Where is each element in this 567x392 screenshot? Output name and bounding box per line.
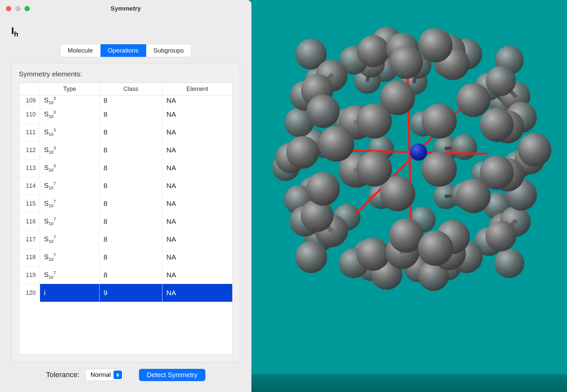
cell-type: S103	[40, 96, 99, 105]
symmetry-panel: Symmetry Ih MoleculeOperationsSubgroups …	[0, 0, 251, 392]
table-row[interactable]: 118S1078NA	[19, 248, 232, 266]
molecule-viewport[interactable]	[251, 0, 567, 392]
table-row[interactable]: 117S1078NA	[19, 230, 232, 248]
svg-point-8	[451, 134, 477, 160]
cell-index: 120	[19, 284, 40, 302]
table-row[interactable]: 119S1078NA	[19, 266, 232, 284]
cell-index: 119	[19, 266, 40, 284]
cell-index: 109	[19, 96, 40, 105]
svg-point-91	[357, 238, 390, 271]
tab-operations[interactable]: Operations	[100, 44, 146, 57]
col-type: Type	[40, 83, 99, 95]
tolerance-select[interactable]: Normal	[85, 369, 123, 381]
table-row[interactable]: 112S1038NA	[19, 141, 232, 159]
cell-type: S107	[40, 177, 99, 195]
svg-point-109	[418, 28, 453, 62]
table-row[interactable]: 110S1038NA	[19, 105, 232, 123]
cell-index: 115	[19, 195, 40, 213]
window-title: Symmetry	[0, 5, 251, 12]
cell-index: 118	[19, 248, 40, 266]
cell-class: 8	[99, 123, 162, 141]
cell-class: 9	[99, 284, 162, 302]
cell-element: NA	[162, 123, 232, 141]
tolerance-label: Tolerance:	[46, 371, 80, 379]
svg-point-101	[306, 172, 340, 206]
table-row[interactable]: 114S1078NA	[19, 177, 232, 195]
col-index	[19, 83, 40, 95]
cell-element: NA	[162, 195, 232, 213]
cell-index: 110	[19, 105, 40, 123]
cell-index: 113	[19, 159, 40, 177]
point-group-label: Ih	[11, 25, 240, 38]
tolerance-value: Normal	[90, 371, 110, 378]
svg-point-71	[410, 143, 427, 161]
table-row[interactable]: 109S1038NA	[19, 96, 232, 105]
table-header: Type Class Element	[19, 83, 232, 96]
svg-point-70	[485, 220, 516, 251]
cell-index: 116	[19, 213, 40, 230]
cell-type: S107	[40, 213, 99, 230]
svg-point-99	[518, 133, 551, 167]
svg-point-57	[486, 66, 516, 96]
table-row[interactable]: 111S1038NA	[19, 123, 232, 141]
tab-selector: MoleculeOperationsSubgroups	[60, 44, 192, 57]
cell-element: NA	[162, 159, 232, 177]
svg-point-116	[422, 103, 457, 138]
table-body[interactable]: 109S1038NA110S1038NA111S1038NA112S1038NA…	[19, 96, 232, 354]
cell-class: 8	[99, 266, 162, 284]
svg-point-105	[480, 108, 514, 141]
svg-point-106	[457, 83, 491, 117]
traffic-lights	[6, 6, 30, 11]
cell-index: 117	[19, 230, 40, 248]
panel-content: Ih MoleculeOperationsSubgroups Symmetry …	[0, 17, 251, 362]
cell-type: S107	[40, 230, 99, 248]
cell-type: S107	[40, 248, 99, 266]
titlebar: Symmetry	[0, 0, 251, 17]
cell-type: S107	[40, 195, 99, 213]
cell-type: S103	[40, 141, 99, 159]
cell-element: NA	[162, 105, 232, 123]
svg-point-117	[418, 231, 453, 266]
svg-point-51	[494, 248, 524, 278]
chevron-updown-icon	[113, 371, 122, 379]
svg-point-121	[421, 151, 457, 187]
cell-class: 8	[99, 177, 162, 195]
cell-class: 8	[99, 213, 162, 230]
molecule-render	[251, 0, 567, 392]
svg-point-111	[456, 178, 491, 213]
viewport-shadow	[251, 374, 567, 392]
col-class: Class	[99, 83, 162, 95]
col-element: Element	[162, 83, 232, 95]
cell-class: 8	[99, 141, 162, 159]
svg-point-97	[389, 46, 423, 79]
table-row[interactable]: 113S1038NA	[19, 159, 232, 177]
tab-subgroups[interactable]: Subgroups	[146, 44, 191, 57]
detect-symmetry-button[interactable]: Detect Symmetry	[139, 369, 205, 381]
cell-element: NA	[162, 248, 232, 266]
cell-index: 112	[19, 141, 40, 159]
zoom-icon[interactable]	[24, 6, 30, 11]
cell-type: S103	[40, 159, 99, 177]
cell-element: NA	[162, 177, 232, 195]
svg-point-79	[295, 241, 327, 273]
cell-class: 8	[99, 195, 162, 213]
cell-type: S103	[40, 123, 99, 141]
bottom-bar: Tolerance: Normal Detect Symmetry	[0, 362, 251, 392]
cell-type: S103	[40, 105, 99, 123]
cell-element: NA	[162, 284, 232, 302]
cell-index: 111	[19, 123, 40, 141]
cell-element: NA	[162, 230, 232, 248]
cell-index: 114	[19, 177, 40, 195]
symmetry-table: Type Class Element 109S1038NA110S1038NA1…	[19, 83, 233, 355]
table-row[interactable]: 116S1078NA	[19, 213, 232, 230]
table-row[interactable]: 120i9NA	[19, 284, 232, 302]
cell-element: NA	[162, 266, 232, 284]
tab-molecule[interactable]: Molecule	[61, 44, 100, 57]
close-icon[interactable]	[6, 6, 11, 11]
table-row[interactable]: 115S1078NA	[19, 195, 232, 213]
cell-element: NA	[162, 96, 232, 105]
operations-group: Symmetry elements: Type Class Element 10…	[11, 63, 240, 362]
cell-element: NA	[162, 141, 232, 159]
cell-class: 8	[99, 159, 162, 177]
minimize-icon[interactable]	[15, 6, 21, 11]
